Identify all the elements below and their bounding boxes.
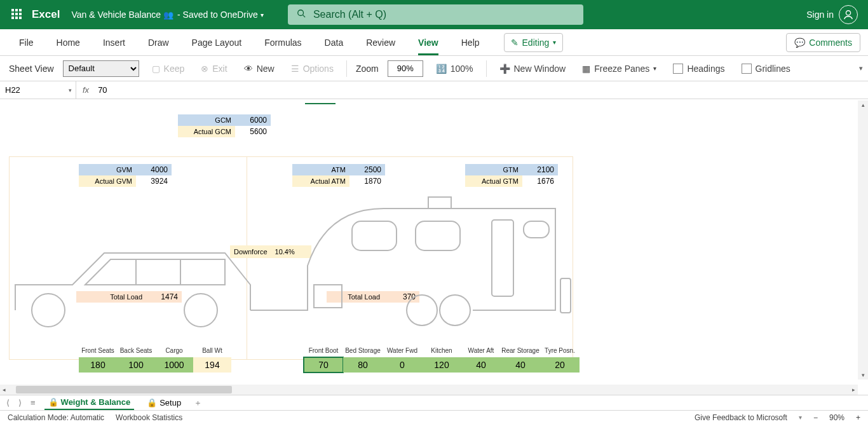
- svg-rect-11: [416, 221, 460, 250]
- load-cell[interactable]: 70: [304, 357, 343, 373]
- freeze-panes-button[interactable]: ▦Freeze Panes▾: [578, 64, 660, 74]
- column-header[interactable]: Water Fwd: [383, 347, 422, 357]
- load-cell[interactable]: 120: [422, 357, 461, 373]
- chevron-down-icon[interactable]: ▾: [261, 11, 264, 18]
- tab-draw[interactable]: Draw: [137, 29, 180, 55]
- gvm-value[interactable]: 4000: [136, 164, 172, 175]
- zoom-level[interactable]: 90%: [829, 413, 844, 422]
- tab-formulas[interactable]: Formulas: [253, 29, 313, 55]
- gvm-label[interactable]: GVM: [79, 164, 136, 175]
- save-status[interactable]: - Saved to OneDrive: [177, 10, 258, 20]
- column-header[interactable]: Kitchen: [422, 347, 461, 357]
- formula-input[interactable]: 70: [95, 85, 107, 95]
- zoom-out-button[interactable]: −: [813, 413, 818, 422]
- column-header[interactable]: Water Aft: [461, 347, 501, 357]
- column-header[interactable]: Rear Storage: [501, 347, 540, 357]
- lock-icon: 🔒: [48, 397, 58, 407]
- sheet-view-select[interactable]: Default: [63, 60, 139, 77]
- help-dropdown-icon[interactable]: ▾: [799, 414, 802, 421]
- share-icon: 👥: [163, 10, 173, 20]
- list-icon: ☰: [291, 64, 299, 74]
- load-cell[interactable]: 80: [343, 357, 383, 373]
- sheet-tab-weight-balance[interactable]: 🔒Weight & Balance: [44, 395, 135, 410]
- app-name: Excel: [32, 8, 60, 21]
- column-header[interactable]: Front Seats: [79, 347, 117, 357]
- load-cell[interactable]: 0: [383, 357, 422, 373]
- zoom-in-button[interactable]: +: [856, 413, 860, 422]
- atm-value[interactable]: 2500: [349, 164, 385, 175]
- zoom-select[interactable]: [388, 60, 423, 77]
- editing-mode-button[interactable]: ✎ Editing ▾: [504, 33, 564, 52]
- actual-gcm-value[interactable]: 5600: [235, 126, 271, 137]
- gridlines-toggle[interactable]: Gridlines: [738, 64, 794, 74]
- gtm-value[interactable]: 2100: [522, 164, 558, 175]
- options-button: ☰Options: [287, 64, 337, 74]
- app-launcher-icon[interactable]: [11, 9, 23, 20]
- tab-data[interactable]: Data: [313, 29, 355, 55]
- sheet-tab-setup[interactable]: 🔒Setup: [143, 395, 185, 410]
- load-cell[interactable]: 100: [117, 357, 155, 373]
- avatar-icon[interactable]: [839, 5, 858, 24]
- search-placeholder: Search (Alt + Q): [313, 9, 386, 20]
- search-input[interactable]: Search (Alt + Q): [288, 4, 583, 25]
- horizontal-scrollbar[interactable]: ◂▸: [0, 385, 858, 395]
- load-cell[interactable]: 20: [540, 357, 580, 373]
- load-cell[interactable]: 194: [193, 357, 231, 373]
- headings-toggle[interactable]: Headings: [669, 64, 728, 74]
- tab-home[interactable]: Home: [45, 29, 92, 55]
- svg-rect-14: [314, 285, 342, 308]
- gtm-label[interactable]: GTM: [465, 164, 522, 175]
- exit-button: ⊗Exit: [197, 64, 231, 74]
- tab-help[interactable]: Help: [450, 29, 491, 55]
- feedback-link[interactable]: Give Feedback to Microsoft: [695, 413, 787, 422]
- eye-icon: 👁: [244, 64, 253, 74]
- svg-point-2: [846, 11, 850, 15]
- load-cell[interactable]: 40: [501, 357, 540, 373]
- freeze-icon: ▦: [582, 64, 590, 74]
- column-header[interactable]: Tyre Posn.: [540, 347, 580, 357]
- calc-mode[interactable]: Calculation Mode: Automatic: [8, 413, 104, 422]
- new-window-button[interactable]: ➕New Window: [496, 64, 570, 74]
- exit-icon: ⊗: [201, 64, 208, 74]
- fx-icon[interactable]: fx: [76, 85, 95, 95]
- atm-label[interactable]: ATM: [292, 164, 349, 175]
- tab-insert[interactable]: Insert: [92, 29, 137, 55]
- tab-view[interactable]: View: [407, 29, 450, 55]
- actual-gcm-label[interactable]: Actual GCM: [178, 126, 235, 137]
- column-header[interactable]: Cargo: [155, 347, 193, 357]
- lock-icon: 🔒: [147, 398, 157, 407]
- load-cell[interactable]: 180: [79, 357, 117, 373]
- load-cell[interactable]: 40: [461, 357, 501, 373]
- column-header[interactable]: Back Seats: [117, 347, 155, 357]
- all-sheets-icon[interactable]: ≡: [31, 398, 36, 407]
- comments-button[interactable]: 💬 Comments: [786, 33, 860, 52]
- svg-rect-15: [560, 278, 571, 313]
- name-box[interactable]: H22▾: [0, 81, 76, 99]
- hundred-button[interactable]: 🔢100%: [432, 64, 477, 74]
- workbook-stats[interactable]: Workbook Statistics: [116, 413, 182, 422]
- new-button[interactable]: 👁New: [240, 64, 278, 74]
- comment-icon: 💬: [794, 38, 805, 48]
- svg-line-1: [303, 15, 306, 18]
- load-cell[interactable]: 1000: [155, 357, 193, 373]
- column-header[interactable]: Front Boot: [304, 347, 343, 357]
- sheet-nav-prev[interactable]: ⟨: [6, 398, 10, 407]
- zoom-label: Zoom: [356, 64, 379, 74]
- tab-file[interactable]: File: [8, 29, 45, 55]
- sheet-view-label: Sheet View: [9, 64, 54, 74]
- signin-button[interactable]: Sign in: [806, 10, 834, 20]
- vertical-scrollbar[interactable]: ▴▾: [858, 100, 868, 380]
- tab-page-layout[interactable]: Page Layout: [180, 29, 254, 55]
- svg-rect-13: [492, 220, 513, 296]
- ribbon-collapse-icon[interactable]: ▾: [859, 64, 863, 72]
- new-sheet-button[interactable]: ＋: [194, 397, 202, 409]
- column-header[interactable]: Bed Storage: [343, 347, 383, 357]
- tab-review[interactable]: Review: [355, 29, 407, 55]
- gcm-label[interactable]: GCM: [178, 114, 235, 126]
- svg-point-9: [440, 295, 470, 325]
- window-icon: ➕: [499, 64, 510, 74]
- sheet-nav-next[interactable]: ⟩: [18, 398, 22, 407]
- gcm-value[interactable]: 6000: [235, 114, 271, 126]
- document-name[interactable]: Van & Vehicle Balance: [71, 10, 161, 20]
- column-header[interactable]: Ball Wt: [193, 347, 231, 357]
